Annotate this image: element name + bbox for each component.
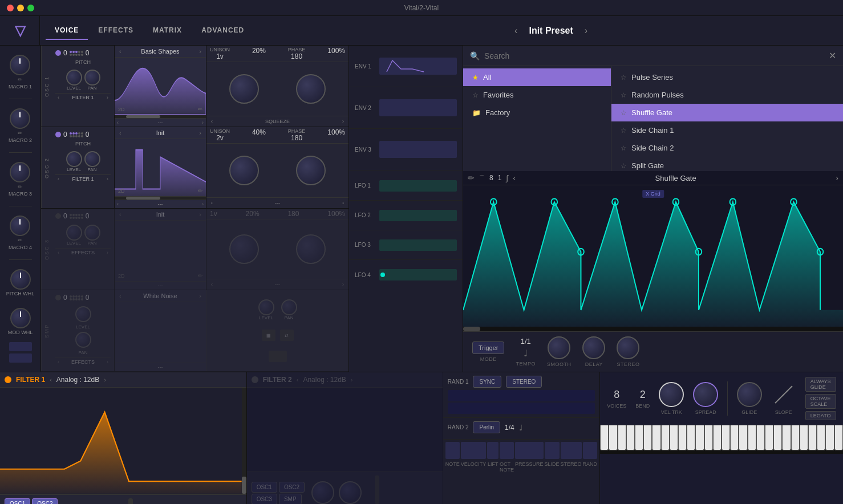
osc-3-filter-right[interactable]: ›: [107, 250, 108, 255]
piano-key-b3[interactable]: [773, 425, 782, 450]
lfo-stereo-knob[interactable]: [617, 336, 639, 359]
preset-pulse-series[interactable]: ☆ Pulse Series: [611, 68, 843, 86]
lfo-line-icon[interactable]: ⌒: [479, 174, 485, 182]
osc-2-bottom-left[interactable]: ‹: [117, 201, 119, 207]
piano-key-c2[interactable]: [661, 425, 670, 450]
filter-2-drive-knob[interactable]: [311, 481, 334, 504]
osc-2-level-knob[interactable]: [66, 151, 82, 167]
osc-2-pencil-icon[interactable]: ✏: [198, 188, 202, 194]
filter-2-smp-btn[interactable]: SMP: [279, 494, 302, 504]
preset-side-chain-1[interactable]: ☆ Side Chain 1: [611, 121, 843, 139]
osc-3-filter-left[interactable]: ‹: [58, 250, 59, 255]
lfo-curve-icon[interactable]: ∫: [506, 173, 508, 182]
maximize-button[interactable]: [27, 5, 34, 11]
osc-3-enable[interactable]: [55, 213, 61, 219]
filter-2-osc3-btn[interactable]: OSC3: [252, 494, 277, 504]
smp-icon-3[interactable]: [269, 351, 287, 362]
preset-shuffle-gate[interactable]: ☆ Shuffle Gate: [611, 104, 843, 121]
osc-1-scrollbar[interactable]: [115, 115, 206, 118]
osc-3-bottom-arrow-l[interactable]: ‹: [211, 282, 213, 287]
osc-1-unison-knob-l[interactable]: [229, 74, 259, 104]
osc-2-unison-knob-l[interactable]: [229, 156, 259, 185]
tab-advanced[interactable]: ADVANCED: [192, 22, 253, 40]
piano-key-g4[interactable]: [817, 425, 825, 450]
osc-2-filter-left[interactable]: ‹: [58, 176, 59, 182]
piano-key-d3[interactable]: [730, 425, 739, 450]
lfo-1-mini[interactable]: [379, 180, 457, 192]
always-glide-button[interactable]: ALWAYS GLIDE: [805, 377, 836, 392]
lfo-mode-button[interactable]: Trigger: [472, 342, 504, 354]
filter-2-osc2-btn[interactable]: OSC2: [279, 482, 305, 493]
macro-2-knob[interactable]: [10, 108, 30, 129]
category-factory[interactable]: 📁 Factory: [463, 104, 611, 121]
macro-4-knob[interactable]: [10, 216, 30, 236]
osc-3-wave-right[interactable]: ›: [199, 211, 201, 218]
rand-bar[interactable]: [583, 442, 598, 459]
filter-1-osc1-btn[interactable]: OSC1: [5, 498, 30, 504]
filter-1-nav-left[interactable]: ‹: [50, 376, 52, 383]
macro-3-knob[interactable]: [10, 162, 30, 182]
osc-1-wave-left[interactable]: ‹: [119, 48, 121, 55]
osc-2-scrollbar[interactable]: [115, 196, 206, 200]
osc-3-bottom-arrow-r[interactable]: ›: [342, 282, 344, 287]
note-bar[interactable]: [445, 442, 460, 459]
smp-icon-2[interactable]: ⇄: [280, 330, 294, 341]
osc-3-pencil-icon[interactable]: ✏: [198, 273, 202, 279]
rand-2-mode-btn[interactable]: Perlin: [473, 421, 500, 433]
oct-note-bar[interactable]: [500, 442, 514, 459]
smp-pan-knob[interactable]: [75, 332, 91, 348]
piano-key-e[interactable]: [618, 425, 626, 450]
piano-key-b[interactable]: [652, 425, 660, 450]
osc-2-unison-knob-r[interactable]: [296, 156, 326, 185]
smp-enable[interactable]: [55, 295, 61, 300]
osc-1-unison-knob-r[interactable]: [296, 74, 326, 104]
smp-wave-right[interactable]: ›: [199, 292, 201, 299]
filter-2-osc1-btn[interactable]: OSC1: [252, 482, 277, 493]
piano-key-f3[interactable]: [748, 425, 756, 450]
osc-1-bottom-right[interactable]: ›: [202, 120, 204, 125]
piano-key-e4[interactable]: [800, 425, 808, 450]
lfo-delay-knob[interactable]: [582, 336, 605, 359]
osc-3-wave-left[interactable]: ‹: [119, 211, 121, 218]
filter-1-osc2-btn[interactable]: OSC2: [32, 498, 58, 504]
filter-2-mix-knob[interactable]: [339, 481, 362, 504]
lfo-pencil-icon[interactable]: ✏: [468, 173, 475, 182]
piano-key-b4[interactable]: [834, 425, 843, 450]
osc-1-canvas[interactable]: 2D ✏: [115, 58, 206, 115]
osc-3-level-knob[interactable]: [66, 225, 82, 241]
filter-2-nav-right[interactable]: ›: [351, 376, 353, 383]
osc-2-bottom-arrow-l[interactable]: ‹: [211, 200, 213, 206]
smp-wave-left[interactable]: ‹: [119, 292, 121, 299]
piano-key-c3[interactable]: [722, 425, 730, 450]
piano-key-e3[interactable]: [739, 425, 747, 450]
smp-canvas[interactable]: [115, 302, 206, 363]
osc-2-filter-right[interactable]: ›: [107, 176, 108, 182]
mod-whl-knob[interactable]: [10, 308, 31, 328]
velocity-bar[interactable]: [461, 442, 487, 459]
browser-close-button[interactable]: ✕: [829, 50, 836, 61]
piano-key-d[interactable]: [609, 425, 617, 450]
piano-key-c4[interactable]: [782, 425, 791, 450]
vel-trk-knob[interactable]: [659, 382, 684, 407]
osc-1-level-knob[interactable]: [66, 70, 82, 86]
lfo-right-arrow[interactable]: ›: [836, 173, 838, 182]
osc-1-wave-right[interactable]: ›: [199, 48, 201, 55]
piano-key-g2[interactable]: [695, 425, 704, 450]
rand-1-sync-btn[interactable]: SYNC: [473, 376, 501, 388]
piano-key-e2[interactable]: [678, 425, 687, 450]
osc-1-filter-right-arrow[interactable]: ›: [107, 95, 108, 100]
slide-bar[interactable]: [545, 442, 560, 459]
lift-bar[interactable]: [487, 442, 498, 459]
osc-2-pan-knob[interactable]: [84, 151, 100, 167]
smp-icon-1[interactable]: ▦: [262, 330, 275, 341]
osc-1-squeeze-arrow-l[interactable]: ‹: [211, 119, 213, 124]
env-1-display[interactable]: [379, 58, 457, 75]
osc-1-pan-knob[interactable]: [84, 70, 100, 86]
osc-2-bottom-right[interactable]: ›: [202, 201, 204, 207]
tab-effects[interactable]: EFFECTS: [89, 22, 143, 40]
osc-1-bottom-left[interactable]: ‹: [117, 120, 119, 125]
tab-voice[interactable]: VOICE: [46, 22, 88, 40]
filter-1-nav-right[interactable]: ›: [104, 376, 106, 383]
legato-button[interactable]: LEGATO: [805, 411, 836, 420]
osc-1-filter-left-arrow[interactable]: ‹: [58, 95, 59, 100]
